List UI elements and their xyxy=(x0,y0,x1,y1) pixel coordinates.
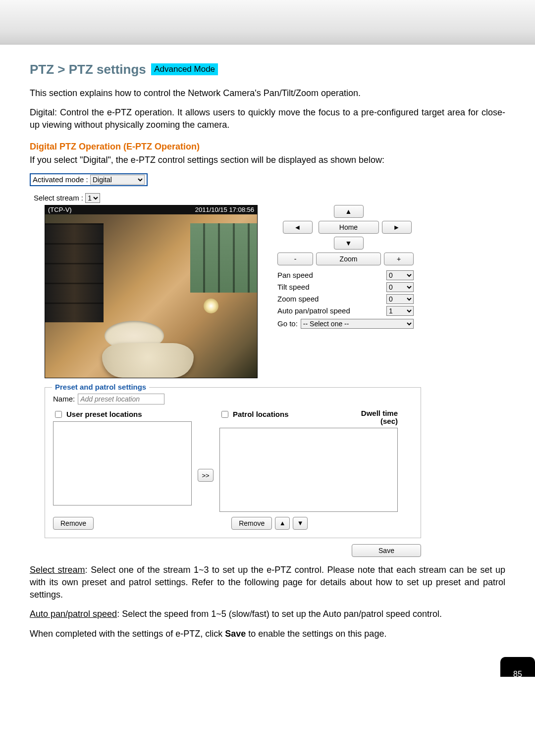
zoom-speed-select[interactable]: 0 xyxy=(386,294,414,304)
pan-speed-label: Pan speed xyxy=(277,271,313,279)
top-gradient-banner xyxy=(0,0,535,45)
intro-paragraph-2: Digital: Control the e-PTZ operation. It… xyxy=(30,106,505,131)
save-button[interactable]: Save xyxy=(352,544,421,557)
dwell-time-header-1: Dwell time xyxy=(361,409,398,418)
advanced-mode-badge: Advanced Mode xyxy=(151,63,218,75)
ptz-home-button[interactable]: Home xyxy=(319,221,379,234)
move-to-patrol-button[interactable]: >> xyxy=(198,469,214,482)
section-desc: If you select "Digital", the e-PTZ contr… xyxy=(30,154,505,166)
user-preset-listbox[interactable] xyxy=(53,421,192,505)
title-row: PTZ > PTZ settings Advanced Mode xyxy=(30,62,505,77)
select-stream-row: Select stream : 1 xyxy=(34,193,505,203)
patrol-remove-button[interactable]: Remove xyxy=(231,517,272,530)
zoom-label: Zoom xyxy=(316,252,381,265)
select-stream-label: Select stream : xyxy=(34,194,83,202)
ptz-up-button[interactable]: ▲ xyxy=(334,205,364,218)
patrol-checkbox[interactable] xyxy=(221,411,228,418)
pan-speed-select[interactable]: 0 xyxy=(386,270,414,280)
patrol-header: Patrol locations xyxy=(233,410,289,418)
footer-paragraph-3: When completed with the settings of e-PT… xyxy=(30,628,505,640)
section-subhead: Digital PTZ Operation (E-PTZ Operation) xyxy=(30,142,505,152)
patrol-listbox[interactable] xyxy=(219,428,398,512)
select-stream-select[interactable]: 1 xyxy=(85,193,100,203)
activated-mode-row: Activated mode : Digital xyxy=(30,173,148,186)
zoom-out-button[interactable]: - xyxy=(277,252,313,265)
ptz-control-panel: ▲ ◄ Home ► ▼ - Zoom + Pan speed xyxy=(277,205,414,329)
zoom-speed-label: Zoom speed xyxy=(277,295,319,303)
auto-speed-label: Auto pan/patrol speed xyxy=(277,306,350,315)
footer-save-bold: Save xyxy=(225,629,246,639)
footer-paragraph-2: Auto pan/patrol speed: Select the speed … xyxy=(30,608,505,620)
user-remove-button[interactable]: Remove xyxy=(53,517,94,530)
goto-label: Go to: xyxy=(277,319,298,328)
activated-mode-select[interactable]: Digital xyxy=(90,175,145,185)
footer-p1-underline: Select stream xyxy=(30,565,85,575)
activated-mode-label: Activated mode : xyxy=(33,175,88,184)
ptz-down-button[interactable]: ▼ xyxy=(334,237,364,250)
preview-timestamp: 2011/10/15 17:08:56 xyxy=(195,206,254,214)
ptz-right-button[interactable]: ► xyxy=(382,221,412,234)
preset-name-label: Name: xyxy=(53,395,75,403)
patrol-move-down-button[interactable]: ▼ xyxy=(293,517,308,530)
ptz-left-button[interactable]: ◄ xyxy=(283,221,313,234)
goto-select[interactable]: -- Select one -- xyxy=(301,319,414,329)
preview-title: (TCP-V) xyxy=(48,206,72,214)
page-title: PTZ > PTZ settings xyxy=(30,62,146,77)
dwell-time-header-2: (sec) xyxy=(380,417,398,426)
tilt-speed-select[interactable]: 0 xyxy=(386,282,414,292)
user-preset-header: User preset locations xyxy=(66,410,142,418)
preset-legend: Preset and patrol settings xyxy=(52,383,149,391)
preset-name-input[interactable] xyxy=(78,394,164,404)
page-number-tab: 85 xyxy=(500,657,535,677)
user-preset-checkbox[interactable] xyxy=(55,411,62,418)
intro-paragraph-1: This section explains how to control the… xyxy=(30,87,505,100)
footer-paragraph-1: Select stream: Select one of the stream … xyxy=(30,564,505,602)
camera-preview: (TCP-V) 2011/10/15 17:08:56 xyxy=(45,205,258,378)
zoom-in-button[interactable]: + xyxy=(384,252,414,265)
tilt-speed-label: Tilt speed xyxy=(277,283,309,291)
footer-p2-underline: Auto pan/patrol speed xyxy=(30,609,117,619)
auto-speed-select[interactable]: 1 xyxy=(386,306,414,316)
preset-patrol-fieldset: Preset and patrol settings Name: User pr… xyxy=(45,387,421,538)
patrol-move-up-button[interactable]: ▲ xyxy=(275,517,290,530)
